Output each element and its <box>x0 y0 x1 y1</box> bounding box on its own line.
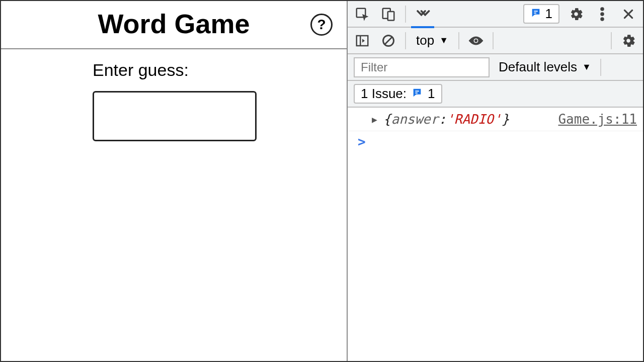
log-key: answer <box>391 112 439 127</box>
log-levels-selector[interactable]: Default levels ▼ <box>499 59 591 75</box>
console-toolbar: top ▼ <box>348 28 643 54</box>
console-issue-row: 1 Issue: 1 <box>348 81 643 108</box>
log-colon: : <box>438 112 446 127</box>
message-icon <box>412 86 423 102</box>
console-prompt[interactable]: > <box>348 131 643 149</box>
live-expression-icon[interactable] <box>466 31 486 50</box>
divider <box>611 32 612 49</box>
log-source-link[interactable]: Game.js:11 <box>558 112 637 127</box>
expand-caret-icon[interactable]: ▶ <box>372 114 377 125</box>
divider <box>458 32 459 49</box>
log-levels-label: Default levels <box>499 59 577 75</box>
chevron-down-icon: ▼ <box>439 35 448 46</box>
svg-point-10 <box>474 39 477 42</box>
svg-point-7 <box>601 17 604 20</box>
svg-rect-12 <box>415 93 418 94</box>
svg-rect-4 <box>534 13 536 14</box>
issue-chip[interactable]: 1 Issue: 1 <box>354 84 442 104</box>
help-button[interactable]: ? <box>310 14 333 36</box>
prompt-caret-icon: > <box>358 134 366 149</box>
svg-rect-2 <box>388 12 394 21</box>
log-brace-open: { <box>383 112 391 127</box>
log-value: 'RADIO' <box>446 112 502 127</box>
divider <box>405 32 406 49</box>
log-brace-close: } <box>502 112 510 127</box>
inspect-element-icon[interactable] <box>353 5 372 24</box>
issues-badge[interactable]: 1 <box>523 4 559 24</box>
help-icon: ? <box>317 17 326 33</box>
settings-icon[interactable] <box>567 5 586 24</box>
console-filter-bar: Default levels ▼ <box>348 54 643 81</box>
message-icon <box>530 6 541 22</box>
page-title: Word Game <box>1 8 347 39</box>
svg-rect-3 <box>534 11 537 12</box>
console-output[interactable]: ▶ { answer : 'RADIO' } Game.js:11 > <box>348 108 643 361</box>
issue-chip-label: 1 Issue: <box>361 86 407 102</box>
svg-point-5 <box>601 7 604 10</box>
word-game-app: Word Game ? Enter guess: <box>1 1 348 361</box>
svg-point-6 <box>601 12 604 15</box>
svg-rect-11 <box>415 90 419 92</box>
console-settings-icon[interactable] <box>619 31 638 50</box>
app-header: Word Game ? <box>1 1 347 49</box>
kebab-menu-icon[interactable] <box>593 5 612 24</box>
clear-console-icon[interactable] <box>379 31 398 50</box>
divider <box>600 59 601 76</box>
devtools-panel: 1 top ▼ <box>348 1 643 361</box>
console-filter-input[interactable] <box>354 57 490 77</box>
console-log-entry[interactable]: ▶ { answer : 'RADIO' } Game.js:11 <box>348 108 643 131</box>
guess-input[interactable] <box>93 91 257 141</box>
context-selector[interactable]: top ▼ <box>413 33 451 48</box>
devtools-tabstrip: 1 <box>348 1 643 28</box>
more-tabs-icon[interactable] <box>413 5 432 24</box>
chevron-down-icon: ▼ <box>582 62 591 72</box>
close-devtools-icon[interactable] <box>619 5 638 24</box>
device-toolbar-icon[interactable] <box>379 5 398 24</box>
issue-chip-count: 1 <box>428 86 435 102</box>
guess-label: Enter guess: <box>93 60 347 80</box>
toggle-drawer-icon[interactable] <box>353 31 372 50</box>
divider <box>405 6 406 23</box>
issues-badge-count: 1 <box>545 6 552 22</box>
app-body: Enter guess: <box>1 49 347 141</box>
context-selector-label: top <box>416 33 434 48</box>
divider <box>493 32 494 49</box>
